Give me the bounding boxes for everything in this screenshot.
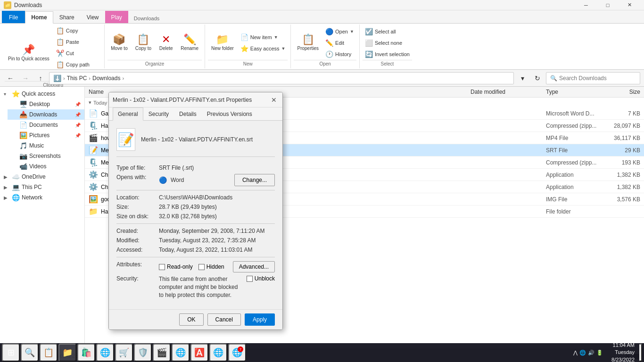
- new-folder-button[interactable]: 📁 New folder: [208, 28, 237, 58]
- properties-button[interactable]: 📋 Properties: [294, 28, 322, 58]
- path-downloads[interactable]: Downloads: [92, 75, 120, 82]
- ribbon-select-content: ☑️ Select all ⬜ Select none 🔄 Invert sel…: [363, 25, 412, 60]
- notification-badge: 7: [238, 346, 243, 352]
- tab-video-tools[interactable]: Play: [105, 11, 128, 23]
- location-value: C:\Users\WAHAB\Downloads: [159, 194, 275, 201]
- search-taskbar-button[interactable]: 🔍: [21, 344, 39, 362]
- task-view-button[interactable]: 📋: [40, 344, 58, 362]
- mcafee-button[interactable]: 🛡️: [134, 344, 152, 362]
- delete-button[interactable]: ✕ Delete: [156, 28, 176, 58]
- dialog-title: Merlin - 1x02 - Valiant.PDTV.AFFiNiTY.en…: [113, 97, 269, 103]
- taskbar-clock[interactable]: 11:04 AM Tuesday 8/23/2022: [608, 342, 638, 362]
- sidebar-item-screenshots[interactable]: 📷 Screenshots: [8, 151, 84, 161]
- cancel-button[interactable]: Cancel: [207, 313, 241, 326]
- browser2-button[interactable]: 🅰️: [190, 344, 208, 362]
- col-size-header[interactable]: Size: [603, 89, 640, 95]
- select-all-label: Select all: [375, 29, 396, 34]
- show-desktop-button[interactable]: [639, 344, 642, 362]
- file-size-cell: 193 KB: [603, 159, 640, 166]
- history-button[interactable]: 🕐 History: [323, 49, 356, 59]
- systray-sound[interactable]: 🔊: [588, 350, 594, 356]
- systray-network[interactable]: 🌐: [579, 350, 586, 356]
- copy-path-button[interactable]: 📋 Copy path: [54, 59, 101, 70]
- dialog-tab-previous-versions[interactable]: Previous Versions: [202, 107, 257, 120]
- close-button[interactable]: ✕: [619, 0, 640, 10]
- open-icon: 🔵: [325, 28, 333, 35]
- store-button[interactable]: 🛍️: [77, 344, 95, 362]
- sidebar-item-music[interactable]: 🎵 Music: [8, 140, 84, 151]
- readonly-checkbox-label[interactable]: Read-only: [159, 263, 193, 270]
- file-type-cell: MP4 File: [546, 135, 603, 141]
- chrome-button[interactable]: 🌐 7: [228, 344, 246, 362]
- sidebar-item-this-pc[interactable]: ▶ 💻 This PC: [0, 182, 84, 192]
- store2-button[interactable]: 🛒: [115, 344, 133, 362]
- up-button[interactable]: ↑: [34, 72, 47, 85]
- organize-group-label: Organize: [107, 60, 202, 67]
- prop-row-created: Created: Monday, September 29, 2008, 7:1…: [116, 228, 275, 234]
- pin-indicator-4: 📌: [75, 133, 81, 138]
- tab-view[interactable]: View: [81, 11, 105, 23]
- hidden-label: Hidden: [206, 263, 224, 270]
- advanced-button[interactable]: Advanced...: [233, 261, 275, 272]
- copy-button[interactable]: 📋 Copy: [54, 25, 101, 36]
- sidebar-item-videos[interactable]: 📹 Videos: [8, 161, 84, 172]
- select-none-button[interactable]: ⬜ Select none: [363, 38, 412, 48]
- minimize-button[interactable]: ─: [575, 0, 597, 10]
- unblock-checkbox[interactable]: [247, 276, 253, 282]
- sidebar-this-pc-label: This PC: [22, 184, 42, 190]
- new-item-button[interactable]: 📄 New item ▼: [238, 32, 288, 42]
- file-type-cell: Compressed (zipp...: [546, 159, 603, 166]
- move-to-button[interactable]: 📦 Move to: [107, 28, 131, 58]
- address-dropdown-button[interactable]: ▾: [516, 72, 529, 85]
- systray-battery[interactable]: 🔋: [596, 350, 603, 356]
- tab-share[interactable]: Share: [53, 11, 81, 23]
- file-type-cell: Compressed (zipp...: [546, 123, 603, 129]
- start-button[interactable]: ⊞: [2, 344, 20, 362]
- col-date-header[interactable]: Date modified: [471, 89, 546, 95]
- file-explorer-taskbar[interactable]: 📁: [58, 344, 76, 362]
- cut-button[interactable]: ✂️ Cut: [54, 48, 101, 58]
- maximize-button[interactable]: □: [597, 0, 619, 10]
- readonly-checkbox[interactable]: [159, 264, 165, 270]
- open-button[interactable]: 🔵 Open ▼: [323, 26, 356, 37]
- tab-home[interactable]: Home: [25, 11, 53, 24]
- dialog-tab-security[interactable]: Security: [143, 107, 174, 120]
- edit-button[interactable]: ✏️ Edit: [323, 38, 356, 48]
- select-all-button[interactable]: ☑️ Select all: [363, 26, 412, 37]
- hidden-checkbox-label[interactable]: Hidden: [198, 263, 224, 270]
- sidebar-quick-access[interactable]: ▾ ⭐ Quick access: [0, 89, 84, 99]
- sidebar-item-onedrive[interactable]: ▶ ☁️ OneDrive: [0, 172, 84, 182]
- ok-button[interactable]: OK: [179, 313, 203, 326]
- search-input[interactable]: [559, 75, 636, 82]
- open-group-label: Open: [294, 60, 356, 67]
- browser3-button[interactable]: 🌐: [209, 344, 227, 362]
- sidebar-item-pictures[interactable]: 🖼️ Pictures 📌: [8, 130, 84, 140]
- browser1-button[interactable]: 🌐: [172, 344, 190, 362]
- tab-file[interactable]: File: [2, 11, 25, 23]
- vlc-button[interactable]: 🎬: [153, 344, 171, 362]
- path-this-pc[interactable]: This PC: [67, 75, 87, 82]
- sidebar-item-downloads[interactable]: 📥 Downloads 📌: [8, 109, 84, 120]
- dialog-tab-general[interactable]: General: [113, 107, 143, 121]
- file-type-cell: File folder: [546, 208, 603, 215]
- paste-button[interactable]: 📋 Paste: [54, 37, 101, 47]
- edge-button[interactable]: 🌐: [96, 344, 114, 362]
- dialog-close-button[interactable]: ✕: [269, 95, 279, 105]
- forward-button[interactable]: →: [19, 72, 32, 85]
- easy-access-button[interactable]: ⭐ Easy access ▼: [238, 43, 288, 54]
- change-button[interactable]: Change...: [234, 174, 275, 186]
- col-type-header[interactable]: Type: [546, 89, 603, 95]
- sidebar-item-desktop[interactable]: 🖥️ Desktop 📌: [8, 99, 84, 109]
- rename-button[interactable]: ✏️ Rename: [177, 28, 202, 58]
- pin-to-quick-access-button[interactable]: 📌 Pin to Quick access: [5, 39, 53, 68]
- refresh-button[interactable]: ↻: [531, 72, 544, 85]
- back-button[interactable]: ←: [4, 72, 17, 85]
- invert-selection-button[interactable]: 🔄 Invert selection: [363, 49, 412, 59]
- dialog-tab-details[interactable]: Details: [174, 107, 202, 120]
- sidebar-item-documents[interactable]: 📄 Documents 📌: [8, 120, 84, 130]
- sidebar-item-network[interactable]: ▶ 🌐 Network: [0, 192, 84, 203]
- copy-to-button[interactable]: 📋 Copy to: [132, 28, 155, 58]
- hidden-checkbox[interactable]: [198, 264, 205, 270]
- systray-chevron[interactable]: ⋀: [573, 350, 578, 356]
- apply-button[interactable]: Apply: [245, 313, 275, 326]
